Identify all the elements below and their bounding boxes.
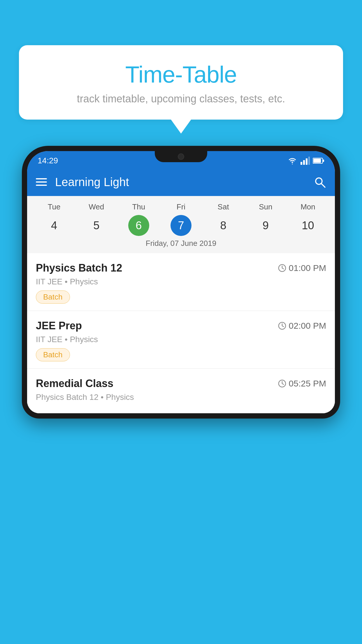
clock-icon-1	[278, 264, 287, 272]
day-numbers: 4 5 6 7 8 9 10	[33, 215, 329, 236]
day-7-selected[interactable]: 7	[171, 215, 191, 236]
class-meta-3: Physics Batch 12 • Physics	[36, 393, 326, 402]
schedule-list: Physics Batch 12 01:00 PM IIT JEE • Phys…	[27, 253, 335, 413]
batch-badge-2: Batch	[36, 348, 70, 361]
hamburger-menu-button[interactable]	[36, 178, 47, 186]
schedule-item-2[interactable]: JEE Prep 02:00 PM IIT JEE • Physics Batc…	[27, 311, 335, 369]
batch-badge-1: Batch	[36, 290, 70, 304]
day-4[interactable]: 4	[44, 215, 65, 236]
clock-icon-3	[278, 379, 287, 388]
day-9[interactable]: 9	[255, 215, 276, 236]
calendar-strip: Tue Wed Thu Fri Sat Sun Mon 4 5 6 7 8 9 …	[27, 196, 335, 253]
app-bar: Learning Light	[27, 168, 335, 196]
schedule-item-1[interactable]: Physics Batch 12 01:00 PM IIT JEE • Phys…	[27, 253, 335, 311]
day-5[interactable]: 5	[86, 215, 107, 236]
speech-bubble-container: Time-Table track timetable, upcoming cla…	[19, 45, 343, 120]
class-time-1: 01:00 PM	[278, 263, 326, 273]
bubble-subtitle: track timetable, upcoming classes, tests…	[36, 93, 326, 105]
battery-icon	[313, 158, 324, 164]
speech-bubble: Time-Table track timetable, upcoming cla…	[19, 45, 343, 120]
class-name-1: Physics Batch 12	[36, 262, 122, 274]
camera	[178, 153, 184, 160]
day-labels: Tue Wed Thu Fri Sat Sun Mon	[33, 202, 329, 211]
class-time-2: 02:00 PM	[278, 321, 326, 331]
class-name-2: JEE Prep	[36, 320, 82, 332]
item-2-header: JEE Prep 02:00 PM	[36, 320, 326, 332]
class-name-3: Remedial Class	[36, 377, 113, 390]
bubble-title: Time-Table	[36, 61, 326, 88]
day-label-fri: Fri	[160, 202, 202, 211]
class-meta-1: IIT JEE • Physics	[36, 277, 326, 286]
selected-date-label: Friday, 07 June 2019	[33, 236, 329, 249]
schedule-item-3[interactable]: Remedial Class 05:25 PM Physics Batch 12…	[27, 369, 335, 413]
day-10[interactable]: 10	[297, 215, 318, 236]
svg-rect-1	[303, 160, 305, 165]
svg-rect-0	[301, 162, 302, 165]
app-title: Learning Light	[55, 176, 313, 189]
phone-screen: 14:29	[27, 151, 335, 413]
day-label-wed: Wed	[75, 202, 117, 211]
day-label-sun: Sun	[245, 202, 287, 211]
svg-rect-6	[323, 160, 324, 162]
status-icons	[287, 157, 324, 165]
class-time-3: 05:25 PM	[278, 379, 326, 388]
day-8[interactable]: 8	[213, 215, 234, 236]
item-3-header: Remedial Class 05:25 PM	[36, 377, 326, 390]
svg-line-8	[321, 183, 325, 187]
class-meta-2: IIT JEE • Physics	[36, 335, 326, 344]
search-icon[interactable]	[313, 176, 326, 188]
signal-icon	[301, 157, 310, 165]
day-label-mon: Mon	[287, 202, 329, 211]
day-label-sat: Sat	[202, 202, 245, 211]
wifi-icon	[287, 157, 298, 165]
item-1-header: Physics Batch 12 01:00 PM	[36, 262, 326, 274]
day-label-tue: Tue	[33, 202, 75, 211]
status-time: 14:29	[38, 156, 58, 165]
day-label-thu: Thu	[117, 202, 160, 211]
clock-icon-2	[278, 321, 287, 330]
svg-rect-3	[308, 157, 310, 165]
phone-mockup: 14:29	[22, 146, 340, 644]
phone-outer: 14:29	[22, 146, 340, 419]
day-6-today[interactable]: 6	[128, 215, 149, 236]
phone-notch	[155, 151, 207, 162]
svg-rect-2	[306, 158, 307, 165]
svg-rect-5	[313, 159, 321, 163]
